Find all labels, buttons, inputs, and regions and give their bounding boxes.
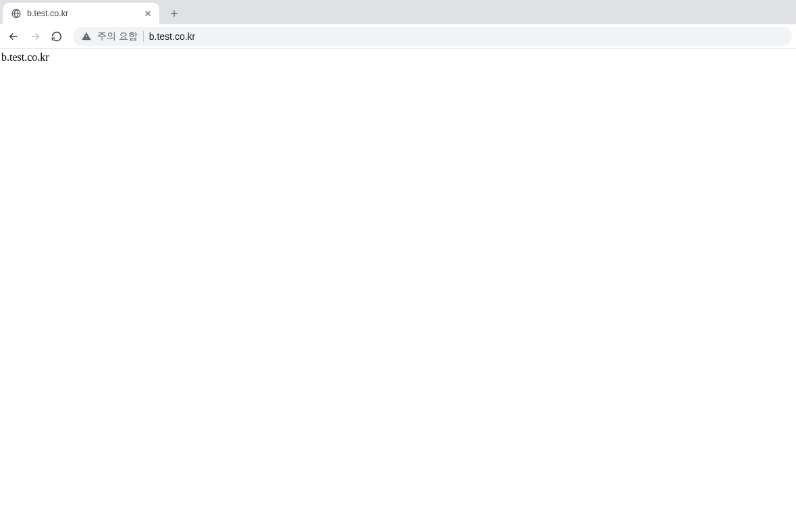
new-tab-button[interactable] — [165, 4, 184, 23]
security-status-label: 주의 요함 — [97, 30, 138, 43]
close-icon — [144, 9, 152, 18]
toolbar: 주의 요함 b.test.co.kr — [0, 24, 796, 49]
browser-tab[interactable]: b.test.co.kr — [3, 3, 159, 24]
arrow-left-icon — [7, 30, 20, 43]
close-tab-button[interactable] — [142, 7, 154, 20]
url-text: b.test.co.kr — [149, 31, 784, 42]
forward-button[interactable] — [26, 27, 45, 46]
page-content: b.test.co.kr — [0, 49, 796, 66]
page-body-text: b.test.co.kr — [1, 51, 49, 63]
plus-icon — [169, 9, 179, 18]
arrow-right-icon — [29, 30, 41, 43]
address-bar[interactable]: 주의 요함 b.test.co.kr — [73, 27, 792, 46]
reload-button[interactable] — [47, 27, 66, 46]
globe-icon — [11, 8, 22, 19]
omnibox-separator — [143, 31, 144, 42]
warning-icon — [81, 31, 92, 42]
tab-strip: b.test.co.kr — [0, 0, 796, 24]
back-button[interactable] — [4, 27, 23, 46]
reload-icon — [51, 30, 63, 43]
tab-title: b.test.co.kr — [27, 9, 138, 18]
